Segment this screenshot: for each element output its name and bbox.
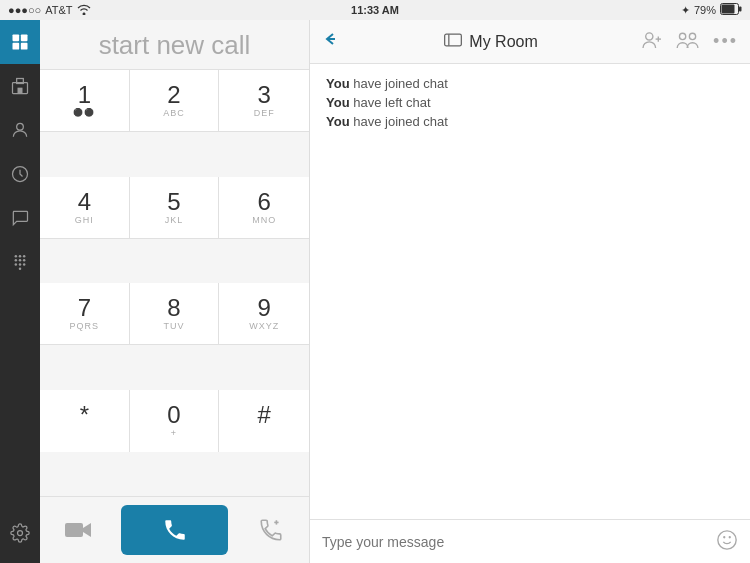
status-bar: ●●●○○ AT&T 11:33 AM ✦ 79% [0,0,750,20]
dial-key-star[interactable]: * [40,390,130,452]
svg-rect-1 [722,5,735,14]
dial-key-6[interactable]: 6 MNO [219,177,309,239]
sidebar-item-person[interactable] [0,108,40,152]
video-call-button[interactable] [40,505,117,555]
status-right: ✦ 79% [681,3,742,17]
call-button[interactable] [121,505,228,555]
contacts-button[interactable] [232,505,309,555]
chat-header: My Room ••• [310,20,750,64]
svg-point-22 [18,531,23,536]
chat-message-3: You have joined chat [326,114,734,129]
dial-key-2[interactable]: 2 ABC [130,70,220,132]
battery-icon [720,3,742,17]
svg-rect-6 [21,43,28,50]
svg-rect-9 [18,88,23,94]
svg-point-14 [23,255,26,257]
svg-rect-23 [65,523,83,537]
svg-rect-3 [13,35,20,42]
chat-title: My Room [469,33,537,51]
chat-header-left [322,30,340,53]
dial-key-hash[interactable]: # [219,390,309,452]
sidebar-item-home[interactable] [0,20,40,64]
svg-point-13 [19,255,22,257]
app-container: start new call 1 ⚫⚫ 2 ABC 3 DEF 4 GHI 5 [0,20,750,563]
sidebar-item-settings[interactable] [0,511,40,555]
sidebar-item-building[interactable] [0,64,40,108]
back-icon[interactable] [322,30,340,53]
status-left: ●●●○○ AT&T [8,4,91,17]
sidebar-item-chat[interactable] [0,196,40,240]
svg-rect-2 [739,7,742,12]
chat-message-2: You have left chat [326,95,734,110]
dialpad-panel: start new call 1 ⚫⚫ 2 ABC 3 DEF 4 GHI 5 [40,20,310,563]
svg-point-29 [646,32,653,39]
svg-point-12 [15,255,18,257]
dial-key-8[interactable]: 8 TUV [130,283,220,345]
carrier: AT&T [45,4,72,16]
dial-key-9[interactable]: 9 WXYZ [219,283,309,345]
dial-key-4[interactable]: 4 GHI [40,177,130,239]
room-icon [443,32,463,52]
svg-point-16 [19,259,22,262]
svg-point-10 [17,123,24,130]
svg-rect-27 [445,34,462,46]
svg-rect-4 [21,35,28,42]
sidebar-item-recent[interactable] [0,152,40,196]
bluetooth-icon: ✦ [681,4,690,17]
dial-key-1[interactable]: 1 ⚫⚫ [40,70,130,132]
sidebar-bottom [0,511,40,563]
chat-panel: My Room ••• You have joined chat You hav… [310,20,750,563]
dial-key-7[interactable]: 7 PQRS [40,283,130,345]
signal-dots: ●●●○○ [8,4,41,16]
svg-point-32 [680,33,686,39]
svg-point-15 [15,259,18,262]
chat-input-bar [310,519,750,563]
wifi-icon [77,4,91,17]
dial-key-0[interactable]: 0 + [130,390,220,452]
add-group-icon[interactable] [675,31,701,53]
svg-point-19 [19,263,22,266]
sidebar [0,20,40,563]
dialpad-header: start new call [40,20,309,70]
more-icon[interactable]: ••• [713,31,738,52]
battery-level: 79% [694,4,716,16]
svg-point-33 [689,33,695,39]
svg-point-18 [15,263,18,266]
dial-key-3[interactable]: 3 DEF [219,70,309,132]
svg-point-21 [19,267,22,270]
svg-point-17 [23,259,26,262]
sidebar-item-dialpad[interactable] [0,240,40,284]
dial-key-5[interactable]: 5 JKL [130,177,220,239]
svg-rect-5 [13,43,20,50]
chat-input[interactable] [322,534,716,550]
emoji-button[interactable] [716,529,738,555]
chat-messages: You have joined chat You have left chat … [310,64,750,519]
svg-point-20 [23,263,26,266]
dial-actions [40,497,309,563]
svg-point-34 [718,530,736,548]
chat-header-center: My Room [340,32,641,52]
chat-message-1: You have joined chat [326,76,734,91]
add-person-icon[interactable] [641,31,663,53]
dialpad-grid: 1 ⚫⚫ 2 ABC 3 DEF 4 GHI 5 JKL 6 MNO [40,70,309,497]
status-time: 11:33 AM [351,4,399,16]
chat-header-right: ••• [641,31,738,53]
